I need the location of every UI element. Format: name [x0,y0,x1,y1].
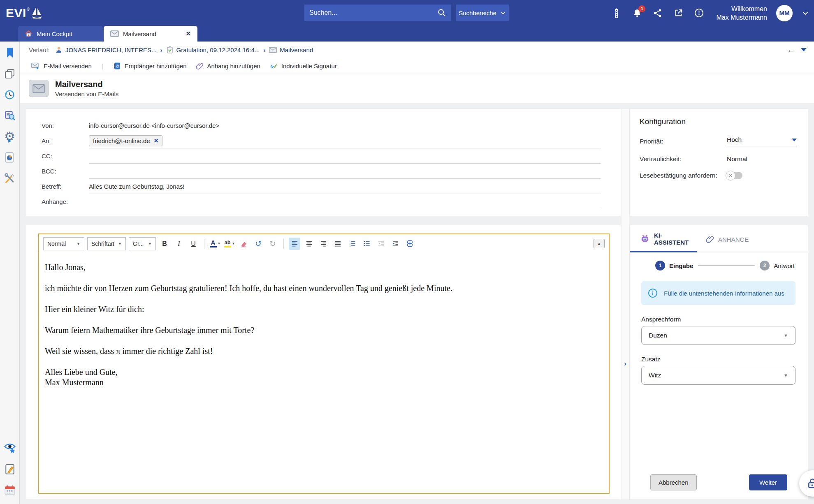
form-row-anhaenge: Anhänge: [26,194,621,209]
report-document-icon[interactable] [3,150,17,164]
open-in-new-icon[interactable] [673,7,684,19]
breadcrumb-label: JONAS FRIEDRICH, INTERES... [65,46,157,53]
highlight-color-button[interactable]: ab▼ [224,238,235,250]
remove-format-button[interactable] [238,238,250,250]
breadcrumb-item-mailversand[interactable]: Mailversand [269,46,313,53]
zusatz-label: Zusatz [641,356,795,363]
panel-splitter[interactable]: › [621,109,629,500]
anhaenge-field[interactable] [89,194,601,209]
vertraulichkeit-row: Vertraulichkeit: Normal [640,155,808,163]
windows-icon[interactable] [3,67,17,81]
search-box[interactable] [304,5,451,21]
underline-button[interactable]: U [188,238,199,250]
ki-tab-label: KI-ASSISTENT [654,232,697,246]
bullet-list-button[interactable] [361,238,372,250]
von-value: info-cursor@cursor.de <info-cursor@curso… [89,118,601,133]
bold-button[interactable]: B [159,238,170,250]
tools-icon[interactable] [3,171,17,185]
prioritaet-value: Hoch [727,136,742,143]
toolbar-separator: | [102,62,103,69]
bcc-field[interactable] [89,164,601,179]
zusatz-select[interactable]: Witz ▼ [641,366,795,385]
chip-remove-icon[interactable]: ✕ [154,137,159,144]
lighthouse-icon[interactable] [611,7,622,19]
share-icon[interactable] [652,7,663,19]
ki-panel-tabs: KI-ASSISTENT ANHÄNGE [630,225,808,252]
breadcrumb-item-contact[interactable]: JONAS FRIEDRICH, INTERES... [55,46,157,53]
tab-mailversand[interactable]: Mailversand ✕ [104,26,197,42]
send-email-button[interactable]: E-Mail versenden [29,61,94,71]
content-area: Von: info-cursor@cursor.de <info-cursor@… [20,103,814,504]
numbered-list-button[interactable] [346,238,358,250]
add-recipient-button[interactable]: @ Empfänger hinzufügen [111,61,189,71]
toolbar-collapse-button[interactable]: ▲ [594,239,605,248]
prioritaet-label: Priorität: [640,138,727,145]
history-icon[interactable] [3,88,17,102]
editor-card: Normal▼ Schriftart▼ Gr...▼ B I U A▼ ab [26,225,621,500]
font-family-select[interactable]: Schriftart▼ [87,237,126,250]
font-color-button[interactable]: A▼ [209,238,221,250]
app-root: EVI® Suchbereiche 1 [0,0,814,504]
main-column: Verlauf: JONAS FRIEDRICH, INTERES... › G… [20,42,814,504]
stepper-line [698,265,755,266]
welcome-line1: Willkommen [716,5,767,13]
zusatz-value: Witz [649,372,661,379]
expand-panel-icon[interactable]: › [624,360,626,368]
align-left-button[interactable] [289,238,300,250]
email-body-editor[interactable]: Hallo Jonas, ich möchte dir von Herzen z… [39,253,609,493]
add-attachment-button[interactable]: Anhang hinzufügen [193,61,263,71]
tab-ki-assistent[interactable]: KI-ASSISTENT [630,225,697,252]
tab-close-icon[interactable]: ✕ [186,30,191,37]
list-search-icon[interactable] [3,109,17,123]
breadcrumb-item-task[interactable]: Gratulation, 09.12.2024 16:4... [166,46,260,54]
watch-favorites-icon[interactable] [3,441,17,455]
undo-button[interactable]: ↺ [253,238,264,250]
insert-link-button[interactable] [404,238,415,250]
form-row-von: Von: info-cursor@cursor.de <info-cursor@… [26,118,621,133]
notifications-bell-icon[interactable]: 1 [631,7,643,19]
prioritaet-dropdown[interactable]: Hoch [727,136,797,146]
paragraph-format-select[interactable]: Normal▼ [43,237,84,250]
history-dropdown-icon[interactable] [801,48,807,51]
cc-field[interactable] [89,148,601,164]
tab-mein-cockpit[interactable]: Mein Cockpit [18,26,103,42]
lesebestaetigung-toggle[interactable]: ✕ [727,172,742,179]
settings-gear-icon[interactable]: ⚙▶ [3,129,17,143]
dropdown-arrow-icon [792,139,797,141]
breadcrumb-label: Mailversand [280,46,313,53]
step-2-circle: 2 [760,261,770,270]
body-paragraph: Alles Liebe und Gute, [45,367,602,377]
align-right-button[interactable] [318,238,329,250]
search-scope-dropdown[interactable]: Suchbereiche [456,5,509,21]
bookmark-icon[interactable] [3,46,17,60]
konfiguration-title: Konfiguration [640,117,808,126]
toolbar-divider [283,239,284,249]
redo-button[interactable]: ↻ [267,238,278,250]
logo-registered-mark: ® [27,7,30,12]
search-input[interactable] [309,9,437,16]
align-center-button[interactable] [303,238,315,250]
individual-signature-button[interactable]: Individuelle Signatur [267,61,339,71]
step-2-label: Antwort [774,262,795,269]
notes-edit-icon[interactable] [3,462,17,476]
weiter-button[interactable]: Weiter [749,474,787,490]
form-row-an: An: friedrich@t-online.de ✕ [26,133,621,148]
logo-text: EVI [6,6,26,21]
outdent-button[interactable] [375,238,387,250]
tab-anhaenge[interactable]: ANHÄNGE [706,225,749,252]
user-avatar[interactable]: MM [776,5,793,21]
search-icon[interactable] [437,8,446,17]
italic-button[interactable]: I [173,238,185,250]
cancel-button[interactable]: Abbrechen [650,474,697,490]
justify-button[interactable] [332,238,343,250]
font-size-select[interactable]: Gr...▼ [129,237,156,250]
betreff-field[interactable]: Alles Gute zum Geburtstag, Jonas! [89,179,601,194]
ansprechform-select[interactable]: Duzen ▼ [641,326,795,345]
indent-button[interactable] [390,238,401,250]
user-menu-chevron-icon[interactable] [802,9,809,17]
tab-label: Mein Cockpit [37,30,72,37]
back-arrow-icon[interactable]: ← [787,45,795,55]
an-field[interactable]: friedrich@t-online.de ✕ [89,133,601,148]
calendar-icon[interactable] [3,483,17,497]
more-options-icon[interactable] [693,7,705,19]
